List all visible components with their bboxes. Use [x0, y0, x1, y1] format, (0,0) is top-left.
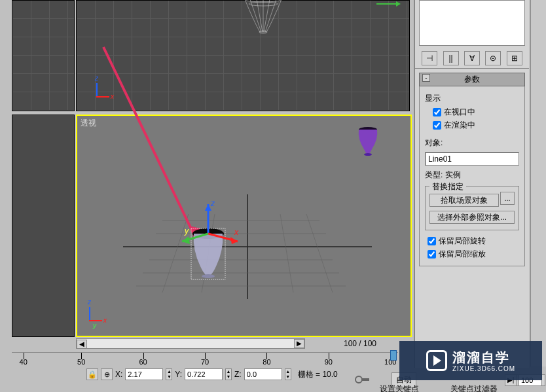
x-label: X: [115, 370, 122, 379]
grid-overlay [12, 1, 74, 111]
y-label: Y: [175, 370, 182, 379]
grid-size-display: 栅格 = 10.0 [294, 369, 342, 380]
watermark-play-icon [426, 350, 447, 371]
horizontal-scrollbar[interactable]: ◀ ▶ [76, 338, 305, 349]
keep-scale-label: 保留局部缩放 [439, 249, 486, 260]
replace-fieldset: 替换指定 拾取场景对象 ... 选择外部参照对象... [425, 186, 519, 230]
svg-marker-4 [396, 1, 401, 7]
pick-scene-more-button[interactable]: ... [500, 192, 515, 205]
grid-button[interactable]: ⊞ [507, 51, 522, 65]
replace-section-label: 替换指定 [429, 181, 466, 192]
panel-tool-row: ⊣ || ∀ ⊝ ⊞ [415, 48, 529, 69]
z-input[interactable] [244, 368, 282, 380]
axis-arrows-top-icon [373, 0, 406, 10]
keep-scale-checkbox[interactable] [428, 250, 436, 258]
viewport-area: z x 透视 [0, 0, 412, 337]
bottom-status-row: 设置关键点 关键点过滤器 [380, 383, 498, 392]
wireframe-vase-icon [240, 0, 286, 40]
viewport-label: 透视 [81, 118, 96, 129]
display-section-label: 显示 [425, 93, 519, 104]
keypoint-filter-label[interactable]: 关键点过滤器 [450, 383, 498, 392]
viewport-bottom-left[interactable] [12, 115, 75, 337]
svg-rect-33 [361, 378, 369, 381]
in-render-checkbox[interactable] [433, 121, 441, 130]
in-viewport-label: 在视口中 [444, 107, 475, 118]
watermark-url: ZIXUE.3D66.COM [452, 365, 515, 372]
svg-point-21 [202, 274, 215, 278]
axis-gizmo-persp-icon: z x y [82, 302, 109, 328]
svg-line-15 [306, 214, 333, 293]
frame-display: 100 / 100 [321, 338, 399, 349]
svg-text:x: x [234, 228, 239, 237]
vase-purple-icon [355, 126, 381, 158]
viewport-perspective[interactable]: 透视 [76, 115, 412, 337]
keep-rotation-checkbox[interactable] [428, 237, 436, 245]
vee-button[interactable]: ∀ [464, 51, 480, 65]
in-render-label: 在渲染中 [444, 120, 475, 131]
svg-point-19 [364, 153, 372, 156]
in-viewport-checkbox[interactable] [433, 108, 441, 116]
collapse-toggle[interactable]: - [422, 74, 430, 82]
scroll-right-button[interactable]: ▶ [294, 339, 304, 348]
y-input[interactable] [185, 368, 223, 380]
scroll-left-button[interactable]: ◀ [77, 340, 87, 349]
pipes-button[interactable]: || [443, 51, 459, 65]
rollout-title: 参数 [464, 75, 480, 84]
keep-rotation-label: 保留局部旋转 [439, 236, 486, 247]
thumbnail-preview [419, 0, 525, 46]
watermark-text: 溜溜自学 [452, 349, 515, 366]
lock-selection-button[interactable]: 🔒 [86, 368, 98, 380]
z-spinner[interactable]: ▲▼ [285, 368, 291, 380]
key-icon[interactable] [354, 373, 371, 386]
type-label: 类型: 实例 [425, 169, 519, 181]
circle-button[interactable]: ⊝ [485, 51, 501, 65]
object-name-input[interactable] [425, 152, 519, 166]
z-label: Z: [234, 370, 242, 379]
coordinate-bar: 🔒 ⊕ X: ▲▼ Y: ▲▼ Z: ▲▼ 栅格 = 10.0 [12, 368, 405, 381]
parameters-rollout: - 参数 显示 在视口中 在渲染中 对象: 类型: 实例 替换指定 拾取场景对象 [419, 73, 525, 266]
set-keypoint-label[interactable]: 设置关键点 [380, 383, 419, 392]
selected-vase-gizmo-icon: z x y [169, 201, 247, 293]
crosshair-button[interactable]: ⊕ [101, 368, 113, 380]
timeline-marker[interactable] [390, 350, 397, 361]
rollout-header[interactable]: - 参数 [419, 73, 525, 86]
x-input[interactable] [125, 368, 163, 380]
x-spinner[interactable]: ▲▼ [166, 368, 172, 380]
y-spinner[interactable]: ▲▼ [225, 368, 232, 380]
object-label: 对象: [425, 137, 519, 149]
svg-line-14 [280, 214, 293, 293]
svg-text:z: z [210, 201, 215, 208]
pin-button[interactable]: ⊣ [422, 51, 437, 65]
pick-scene-button[interactable]: 拾取场景对象 [429, 194, 499, 207]
select-external-button[interactable]: 选择外部参照对象... [429, 211, 515, 224]
viewport-top-left[interactable] [12, 0, 75, 111]
far-right-toolbar [530, 0, 546, 366]
svg-point-32 [355, 376, 362, 383]
watermark-overlay: 溜溜自学 ZIXUE.3D66.COM [399, 341, 542, 380]
command-panel: ⊣ || ∀ ⊝ ⊞ - 参数 显示 在视口中 在渲染中 对象: 类型: 实例 [414, 0, 529, 368]
svg-text:y: y [184, 226, 189, 236]
timeline-ruler[interactable]: 40 50 60 70 80 90 100 [12, 352, 398, 365]
